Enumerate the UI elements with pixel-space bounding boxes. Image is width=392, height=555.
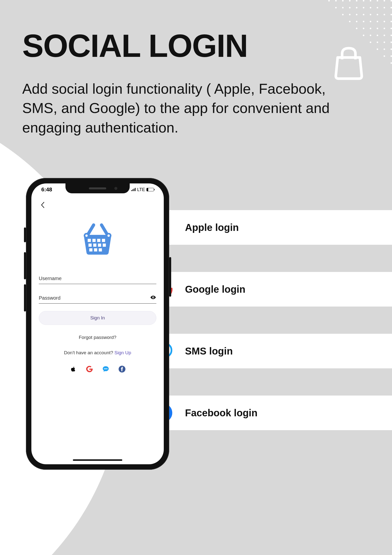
no-account-text: Don't have an account? — [64, 350, 114, 355]
svg-rect-16 — [99, 248, 102, 251]
page-title: SOCIAL LOGIN — [22, 27, 248, 64]
svg-rect-5 — [135, 188, 136, 191]
svg-point-20 — [107, 234, 110, 237]
feature-pill-facebook: Facebook login — [143, 396, 392, 430]
svg-rect-12 — [98, 244, 101, 247]
app-logo — [39, 220, 156, 257]
eye-icon[interactable] — [150, 295, 156, 301]
social-login-row: SMS — [39, 365, 156, 373]
feature-pill-label: Facebook login — [185, 407, 257, 419]
svg-rect-10 — [88, 244, 92, 247]
svg-rect-4 — [134, 189, 134, 191]
signin-button[interactable]: Sign In — [39, 311, 156, 325]
feature-pill-google: Google login — [143, 272, 392, 307]
password-field[interactable]: Password — [39, 291, 156, 304]
feature-pill-sms: SMS SMS login — [143, 334, 392, 368]
svg-rect-6 — [88, 239, 91, 242]
svg-text:SMS: SMS — [104, 368, 108, 370]
feature-pill-label: SMS login — [185, 346, 233, 357]
svg-rect-2 — [131, 190, 132, 191]
svg-point-18 — [85, 234, 88, 237]
svg-rect-7 — [92, 239, 96, 242]
phone-mockup: 6:48 LTE — [26, 178, 169, 470]
phone-notch — [65, 183, 130, 193]
svg-rect-8 — [97, 239, 100, 242]
back-button[interactable] — [39, 198, 156, 210]
shopping-bag-icon — [330, 44, 367, 82]
sms-login-button[interactable]: SMS — [102, 365, 109, 373]
signal-icon — [131, 187, 136, 192]
signup-prompt: Don't have an account? Sign Up — [39, 350, 156, 355]
network-label: LTE — [137, 187, 145, 192]
svg-rect-11 — [93, 244, 96, 247]
svg-rect-14 — [89, 248, 92, 251]
apple-login-button[interactable] — [69, 365, 77, 373]
status-time: 6:48 — [41, 186, 52, 193]
svg-rect-9 — [102, 239, 105, 242]
signup-link[interactable]: Sign Up — [114, 350, 131, 355]
svg-rect-15 — [94, 248, 97, 251]
feature-pill-apple: Apple login — [143, 210, 392, 245]
username-field[interactable]: Username — [39, 272, 156, 284]
username-label: Username — [39, 276, 62, 281]
svg-rect-3 — [132, 189, 133, 191]
facebook-login-button[interactable] — [118, 365, 126, 373]
signin-button-label: Sign In — [90, 315, 105, 321]
forgot-password-link[interactable]: Forgot password? — [39, 335, 156, 340]
home-indicator[interactable] — [73, 459, 122, 461]
feature-pill-label: Apple login — [185, 222, 239, 233]
password-label: Password — [39, 295, 61, 301]
svg-point-22 — [153, 297, 154, 298]
battery-icon — [146, 188, 154, 191]
page-description: Add social login functionality ( Apple, … — [22, 79, 331, 137]
google-login-button[interactable] — [86, 365, 93, 373]
svg-rect-13 — [103, 244, 106, 247]
feature-pill-label: Google login — [185, 284, 245, 295]
